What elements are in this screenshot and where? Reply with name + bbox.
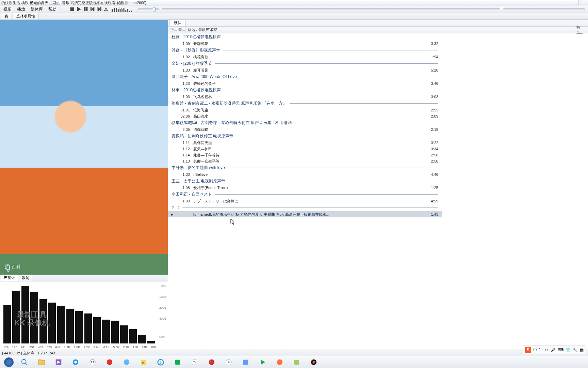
playlist-group-header[interactable]: 骆集益 - 古剑奇谭二 · 永夜初晗凝碧天 原声音乐集 『在水一方』: [168, 100, 442, 107]
playlist-track-row[interactable]: 1.02桃花庵歌1:54: [168, 54, 442, 60]
spectrum-bar: [102, 320, 110, 343]
tray-menu-icon[interactable]: ▦: [580, 348, 584, 352]
column-duration[interactable]: 持续...: [574, 27, 588, 33]
column-title[interactable]: 标题 / 音轨艺术家: [186, 27, 574, 33]
tray-toolbox-icon[interactable]: 🔧: [573, 348, 578, 352]
playlist-nowplaying-row[interactable]: ▶[unnamed].我的快乐生活 杨议 杨光的夏天 主题曲-音乐-高清完整正版…: [168, 211, 442, 217]
menu-play[interactable]: 播放: [14, 5, 28, 13]
pause-button[interactable]: [83, 6, 89, 12]
svg-rect-7: [101, 7, 101, 11]
taskbar-app-icon[interactable]: [84, 356, 101, 368]
taskbar-app-icon[interactable]: [118, 356, 135, 368]
taskbar-app-icon[interactable]: [101, 356, 118, 368]
playlist-group-header[interactable]: ? - ?: [168, 204, 442, 211]
playlist-track-row[interactable]: 1.09ラブ・ストーリーは突然に4:59: [168, 198, 442, 204]
svg-point-27: [193, 361, 195, 362]
svg-text:f: f: [210, 360, 211, 364]
svg-point-19: [107, 359, 113, 365]
seek-slider[interactable]: [162, 8, 585, 10]
subtab-table[interactable]: 表: [1, 13, 12, 19]
playlist-track-row[interactable]: 01.01沧海飞尘2:55: [168, 107, 442, 113]
playlist-track-row[interactable]: 1.09开辟鸿蒙3:32: [168, 41, 442, 47]
spectrum-bar: [66, 309, 74, 343]
tab-lyrics[interactable]: 歌词: [19, 274, 32, 281]
ime-punct[interactable]: ' ,: [539, 348, 542, 352]
taskbar-app-icon[interactable]: [238, 356, 254, 368]
playlist-track-row[interactable]: 1.13长卿—众生平等2:50: [168, 158, 442, 164]
play-button[interactable]: [76, 6, 82, 12]
taskbar-app-icon[interactable]: [186, 356, 203, 368]
taskbar-explorer-icon[interactable]: [33, 356, 50, 368]
taskbar-app-icon[interactable]: [306, 356, 322, 368]
column-playing[interactable]: 正...: [168, 27, 176, 33]
ime-tray[interactable]: S 中 ' , ☺ 🎤 ⌨ 👕 🔧 ▦: [523, 346, 586, 354]
playlist-track-row[interactable]: 1.03飞鸟各投林3:03: [168, 94, 442, 100]
volume-thumb[interactable]: [153, 7, 156, 12]
tray-mic-icon[interactable]: 🎤: [551, 348, 556, 352]
album-art-panel: 百科: [0, 20, 168, 275]
menu-library[interactable]: 媒体库: [28, 5, 46, 13]
taskbar-app-icon[interactable]: [50, 356, 67, 368]
playlist-body[interactable]: 杜薇 - 2010红楼梦电视原声1.09开辟鸿蒙3:32韩磊 - 《秋香》影视原…: [168, 33, 588, 350]
playlist-group-header[interactable]: 骆集益/周志华 - 古剑奇谭：琴心剑魄今何在 原声音乐集『栖山遗韵』: [168, 119, 442, 126]
column-album[interactable]: 音...: [176, 27, 186, 33]
stop-button[interactable]: [69, 6, 75, 12]
window-title-bar: 的快乐生活 杨议 杨光的夏天 主题曲-音乐-高清完整正版视频在线观看-优酷 [f…: [0, 0, 588, 5]
playlist-track-row[interactable]: 1.23碧绿色的兔子3:46: [168, 80, 442, 87]
freq-label: 4.1K: [103, 346, 110, 349]
start-button[interactable]: [4, 357, 14, 367]
svg-rect-36: [294, 359, 299, 365]
tab-vu-meter[interactable]: 声量计: [1, 274, 18, 281]
playlist-group-header[interactable]: 韩磊 - 《秋香》影视原声带: [168, 47, 442, 54]
playlist-group-header[interactable]: 麦振鸿 - 仙剑奇侠传三 电视原声带: [168, 133, 442, 140]
prev-button[interactable]: [89, 6, 96, 12]
ime-lang[interactable]: 中: [533, 347, 537, 353]
playlist-group-header[interactable]: 林申 - 2010红楼梦电视原声: [168, 87, 442, 94]
spectrum-bar: [75, 311, 83, 343]
taskbar-app-icon[interactable]: 1: [152, 356, 169, 368]
playlist-track-row[interactable]: 02.06高山流水2:09: [168, 113, 442, 119]
menu-view[interactable]: 视图: [1, 5, 14, 13]
freq-label: 2.2K: [84, 346, 90, 349]
random-button[interactable]: [103, 6, 109, 12]
svg-point-16: [90, 359, 96, 365]
svg-rect-2: [84, 7, 85, 11]
tray-skin-icon[interactable]: 👕: [566, 348, 571, 352]
playlist-group-header[interactable]: 小田和正 - 自己ベスト: [168, 191, 442, 198]
taskbar-app-icon[interactable]: [169, 356, 186, 368]
taskbar-firefox-icon[interactable]: [272, 356, 288, 368]
taskbar-app-icon[interactable]: [255, 356, 271, 368]
playlist-track-row[interactable]: 1.11共伴闯天涯3:22: [168, 140, 442, 146]
tray-emoji-icon[interactable]: ☺: [544, 348, 549, 352]
window-minimize-button[interactable]: —: [578, 0, 588, 5]
playlist-track-row[interactable]: 1.14龙葵—千年等待2:58: [168, 152, 442, 158]
taskbar-app-icon[interactable]: [220, 356, 237, 368]
playlist-track-row[interactable]: 1.12夏天—护甲3:34: [168, 146, 442, 152]
tray-keyboard-icon[interactable]: ⌨: [558, 348, 564, 352]
next-button[interactable]: [96, 6, 102, 12]
playlist-group-header[interactable]: 杜薇 - 2010红楼梦电视原声: [168, 33, 442, 41]
taskbar-app-icon[interactable]: [67, 356, 84, 368]
taskbar-app-icon[interactable]: f: [203, 356, 220, 368]
menu-help[interactable]: 帮助: [46, 5, 59, 13]
playlist-group-header[interactable]: 金妍 - [2007] 甜酸季节: [168, 60, 442, 67]
sogou-ime-icon[interactable]: S: [525, 347, 531, 353]
playlist-track-row[interactable]: 1.08长相守(Bonus Track)1:25: [168, 185, 442, 191]
playlist-track-row[interactable]: 1.03左耳听见5:28: [168, 67, 442, 73]
taskbar-search-icon[interactable]: [16, 356, 33, 368]
playlist-group-header[interactable]: 王兰 - 太平公主 电视剧原声带: [168, 178, 442, 185]
svg-point-29: [209, 359, 215, 365]
volume-slider[interactable]: [138, 8, 159, 10]
freq-label: 1.2K: [64, 346, 70, 349]
subtab-properties[interactable]: 选择项属性: [13, 13, 39, 19]
taskbar-app-icon[interactable]: P: [135, 356, 152, 368]
playlist-group-header[interactable]: 申升勋 - 爱的主题曲 with love: [168, 164, 442, 171]
freq-label: 129: [3, 346, 9, 349]
playlist-track-row[interactable]: 1.03I Believe4:46: [168, 171, 442, 178]
playlist-group-header[interactable]: 酒井法子 - Asia2000 Words Of Love: [168, 73, 442, 80]
playlist-tab-default[interactable]: 默认: [169, 19, 186, 26]
taskbar-app-icon[interactable]: [289, 356, 305, 368]
db-label: -50dB: [158, 335, 166, 339]
seek-thumb[interactable]: [500, 7, 503, 12]
playlist-track-row[interactable]: 2.05清馨戏蝶2:19: [168, 126, 442, 133]
